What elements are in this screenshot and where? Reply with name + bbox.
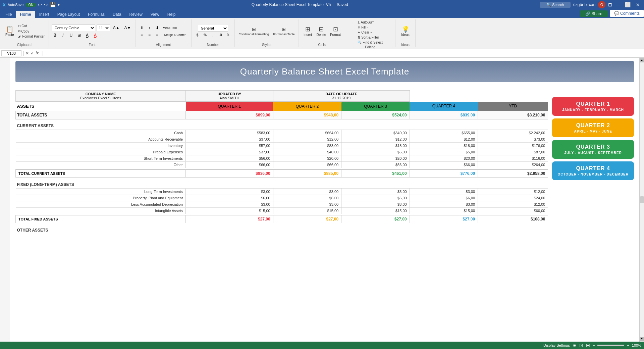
cash-q2[interactable]: $664,00	[273, 130, 341, 136]
ribbon-display-icon[interactable]: ⊟	[608, 2, 612, 7]
decrease-font-btn[interactable]: A▼	[123, 25, 133, 31]
delete-btn[interactable]: ⊟ Delete	[315, 26, 327, 37]
tca-ytd[interactable]: $2.958,00	[478, 169, 548, 178]
undo-icon[interactable]: ↩	[38, 2, 42, 7]
align-bottom-btn[interactable]: ⬇	[154, 25, 161, 31]
cancel-formula-icon[interactable]: ✕	[25, 51, 29, 56]
font-color-btn[interactable]: A̲	[92, 32, 99, 38]
lti-ytd[interactable]: $12,00	[478, 189, 548, 195]
tab-file[interactable]: File	[1, 11, 16, 18]
find-select-btn[interactable]: 🔍 Find & Select	[356, 40, 384, 45]
align-top-btn[interactable]: ⬆	[139, 25, 145, 31]
total-assets-ytd[interactable]: $3.210,00	[478, 111, 548, 119]
tca-q1[interactable]: $836,00	[186, 169, 273, 178]
total-assets-q3[interactable]: $524,00	[341, 111, 410, 119]
quick-save-icon[interactable]: 💾	[50, 2, 56, 7]
ia-q3[interactable]: $15,00	[341, 208, 410, 214]
zoom-slider[interactable]	[597, 345, 624, 346]
insert-btn[interactable]: ⊞ Insert	[302, 26, 314, 37]
fill-color-btn[interactable]: A̲	[84, 32, 91, 38]
quarter-1-card[interactable]: QUARTER 1 JANUARY - FEBRUARY - MARCH	[552, 97, 634, 116]
conditional-formatting-btn[interactable]: ⊞ Conditional Formatting	[237, 26, 271, 37]
sti-ytd[interactable]: $116,00	[478, 155, 548, 162]
inv-q2[interactable]: $83,00	[273, 143, 341, 149]
border-btn[interactable]: ⊞	[76, 32, 83, 38]
pe-ytd[interactable]: $87,00	[478, 149, 548, 155]
ppe-q4[interactable]: $6,00	[410, 195, 478, 201]
lti-q3[interactable]: $3,00	[341, 189, 410, 195]
format-btn[interactable]: ⊡ Format	[329, 26, 342, 37]
inv-ytd[interactable]: $176,00	[478, 143, 548, 149]
sti-q3[interactable]: $20,00	[341, 155, 410, 162]
tab-home[interactable]: Home	[16, 11, 35, 18]
ar-q4[interactable]: $12,00	[410, 136, 478, 143]
share-btn[interactable]: 🔗 Share	[580, 10, 607, 17]
tfa-q4[interactable]: $27,00	[410, 215, 478, 223]
autosum-btn[interactable]: Σ AutoSum	[356, 20, 376, 24]
tab-formulas[interactable]: Formulas	[84, 11, 109, 18]
formula-input[interactable]	[46, 51, 643, 56]
sort-filter-btn[interactable]: ⇅ Sort & Filter	[356, 35, 380, 40]
wrap-text-btn[interactable]: Wrap Text	[162, 25, 178, 31]
comma-btn[interactable]: ,	[210, 33, 216, 38]
redo-icon[interactable]: ↪	[44, 2, 48, 7]
increase-font-btn[interactable]: A▲	[111, 25, 121, 31]
percent-btn[interactable]: %	[202, 33, 209, 38]
tfa-q2[interactable]: $27,00	[273, 215, 341, 223]
confirm-formula-icon[interactable]: ✓	[31, 51, 34, 56]
tab-help[interactable]: Help	[163, 11, 180, 18]
comments-btn[interactable]: 💬 Comments	[610, 10, 644, 17]
merge-center-btn[interactable]: Merge & Center	[162, 32, 189, 38]
lti-q4[interactable]: $3,00	[410, 189, 478, 195]
cash-ytd[interactable]: $2.242,00	[478, 130, 548, 136]
copy-button[interactable]: ⧉ Copy	[17, 29, 46, 34]
autosave-toggle[interactable]: ON	[25, 3, 36, 7]
ppe-q2[interactable]: $6,00	[273, 195, 341, 201]
oc-q4[interactable]: $66,00	[410, 162, 478, 168]
ar-q1[interactable]: $37,00	[186, 136, 273, 143]
align-right-btn[interactable]: ≡	[154, 32, 161, 38]
tca-q3[interactable]: $461,00	[341, 169, 410, 178]
dep-ytd[interactable]: $12,00	[478, 201, 548, 208]
tab-view[interactable]: View	[147, 11, 163, 18]
pe-q4[interactable]: $5,00	[410, 149, 478, 155]
pe-q3[interactable]: $5,00	[341, 149, 410, 155]
ar-ytd[interactable]: $73,00	[478, 136, 548, 143]
format-painter-button[interactable]: 🖌 Format Painter	[17, 34, 46, 39]
quarter-4-card[interactable]: QUARTER 4 OCTOBER - NOVEMBER - DECEMBER	[552, 161, 634, 180]
ia-q4[interactable]: $15,00	[410, 208, 478, 214]
tfa-q1[interactable]: $27,00	[186, 215, 273, 223]
vertical-scrollbar[interactable]: ▲ ▼	[639, 58, 644, 342]
minimize-btn[interactable]: ─	[615, 2, 621, 7]
decrease-decimal-btn[interactable]: 0.	[225, 33, 232, 38]
ar-q3[interactable]: $12,00	[341, 136, 410, 143]
pe-q1[interactable]: $37,00	[186, 149, 273, 155]
zoom-out-btn[interactable]: −	[593, 343, 595, 347]
oc-q3[interactable]: $66,00	[341, 162, 410, 168]
tca-q4[interactable]: $776,00	[410, 169, 478, 178]
underline-btn[interactable]: U	[68, 32, 74, 38]
cash-q1[interactable]: $583,00	[186, 130, 273, 136]
font-family-select[interactable]: Century Gothic	[52, 24, 95, 31]
dep-q4[interactable]: $3,00	[410, 201, 478, 208]
align-center-btn[interactable]: ≡	[146, 32, 153, 38]
align-left-btn[interactable]: ≡	[139, 32, 145, 38]
total-assets-q2[interactable]: $948,00	[273, 111, 341, 119]
dep-q2[interactable]: $3,00	[273, 201, 341, 208]
name-box[interactable]: V103	[1, 50, 21, 56]
inv-q1[interactable]: $57,00	[186, 143, 273, 149]
close-btn[interactable]: ✕	[635, 2, 641, 7]
normal-view-btn[interactable]: ⊞	[573, 343, 577, 348]
zoom-in-btn[interactable]: +	[627, 343, 629, 347]
ppe-ytd[interactable]: $24,00	[478, 195, 548, 201]
format-as-table-btn[interactable]: ⊞ Format as Table	[272, 26, 296, 37]
ppe-q1[interactable]: $6,00	[186, 195, 273, 201]
align-middle-btn[interactable]: ↕	[146, 25, 153, 31]
fill-btn[interactable]: ⬇ Fill ~	[356, 25, 370, 30]
oc-q1[interactable]: $66,00	[186, 162, 273, 168]
tca-q2[interactable]: $885,00	[273, 169, 341, 178]
cash-q3[interactable]: $340,00	[341, 130, 410, 136]
tab-review[interactable]: Review	[125, 11, 146, 18]
lti-q2[interactable]: $3,00	[273, 189, 341, 195]
tfa-q3[interactable]: $27,00	[341, 215, 410, 223]
